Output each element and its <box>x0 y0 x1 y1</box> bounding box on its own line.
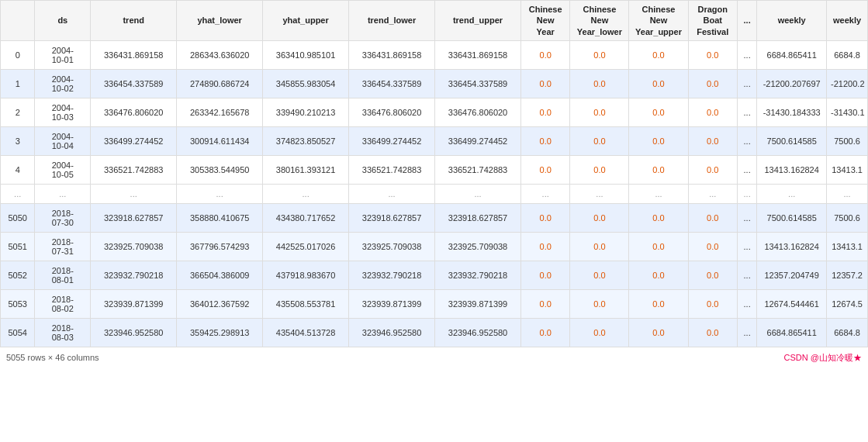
cell-idx: 1 <box>1 69 35 98</box>
table-footer: 5055 rows × 46 columns CSDN @山知冷暖★ <box>0 347 868 368</box>
table-row: 12004-10-02336454.337589274890.686724345… <box>1 69 868 98</box>
cell-cny: 0.0 <box>520 69 569 98</box>
cell-weekly2: 12674.5 <box>827 289 868 318</box>
cell-ds: 2018-08-02 <box>35 289 91 318</box>
cell-trend_upper: 323946.952580 <box>435 318 521 347</box>
cell-trend_lower: 336521.742883 <box>349 155 435 184</box>
cell-dots: ... <box>737 69 756 98</box>
cell-trend_lower: 323932.790218 <box>349 261 435 289</box>
header-dots: ... <box>737 1 756 41</box>
cell-trend_lower: 323918.627857 <box>349 203 435 232</box>
cell-trend_lower: ... <box>349 184 435 203</box>
cell-dots: ... <box>737 261 756 289</box>
cell-dots: ... <box>737 203 756 232</box>
cell-dragon: 0.0 <box>688 318 737 347</box>
cell-ds: 2018-08-03 <box>35 318 91 347</box>
cell-trend_lower: 336454.337589 <box>349 69 435 98</box>
cell-yhat_lower: 364012.367592 <box>177 289 263 318</box>
cell-cny_lower: 0.0 <box>570 289 629 318</box>
cell-yhat_lower: 366504.386009 <box>177 261 263 289</box>
cell-cny_upper: ... <box>629 184 688 203</box>
cell-trend: ... <box>91 184 177 203</box>
cell-trend: 323918.627857 <box>91 203 177 232</box>
cell-ds: 2018-07-30 <box>35 203 91 232</box>
cell-weekly1: 13413.162824 <box>757 155 827 184</box>
cell-idx: 4 <box>1 155 35 184</box>
table-row: 50502018-07-30323918.627857358880.410675… <box>1 203 868 232</box>
cell-trend_upper: 336499.274452 <box>435 126 521 155</box>
cell-yhat_upper: 339490.210213 <box>263 98 349 126</box>
cell-cny_upper: 0.0 <box>629 232 688 261</box>
cell-weekly2: 7500.6 <box>827 126 868 155</box>
cell-weekly2: 6684.8 <box>827 40 868 69</box>
cell-ds: 2004-10-01 <box>35 40 91 69</box>
cell-yhat_upper: 363410.985101 <box>263 40 349 69</box>
cell-trend_upper: ... <box>435 184 521 203</box>
cell-yhat_upper: 374823.850527 <box>263 126 349 155</box>
cell-weekly1: ... <box>757 184 827 203</box>
cell-dragon: 0.0 <box>688 232 737 261</box>
cell-weekly1: 13413.162824 <box>757 232 827 261</box>
table-row: 22004-10-03336476.806020263342.165678339… <box>1 98 868 126</box>
cell-ds: 2004-10-05 <box>35 155 91 184</box>
cell-dragon: 0.0 <box>688 40 737 69</box>
header-cny-upper: ChineseNewYear_upper <box>629 1 688 41</box>
cell-trend_lower: 336476.806020 <box>349 98 435 126</box>
cell-ds: 2004-10-04 <box>35 126 91 155</box>
cell-weekly2: 6684.8 <box>827 318 868 347</box>
cell-dots: ... <box>737 184 756 203</box>
cell-yhat_upper: 442525.017026 <box>263 232 349 261</box>
cell-weekly1: 12357.204749 <box>757 261 827 289</box>
cell-cny: 0.0 <box>520 126 569 155</box>
cell-yhat_lower: 300914.611434 <box>177 126 263 155</box>
row-count-label: 5055 rows × 46 columns <box>6 353 99 362</box>
cell-dragon: 0.0 <box>688 261 737 289</box>
cell-idx: 5052 <box>1 261 35 289</box>
cell-cny: 0.0 <box>520 98 569 126</box>
cell-yhat_upper: 437918.983670 <box>263 261 349 289</box>
cell-weekly2: -31430.1 <box>827 98 868 126</box>
cell-weekly2: 7500.6 <box>827 203 868 232</box>
cell-ds: 2018-07-31 <box>35 232 91 261</box>
cell-yhat_upper: 380161.393121 <box>263 155 349 184</box>
cell-idx: 0 <box>1 40 35 69</box>
cell-weekly2: 13413.1 <box>827 232 868 261</box>
cell-cny_lower: 0.0 <box>570 155 629 184</box>
table-row: 32004-10-04336499.274452300914.611434374… <box>1 126 868 155</box>
header-weekly1: weekly <box>757 1 827 41</box>
cell-trend: 323946.952580 <box>91 318 177 347</box>
cell-yhat_lower: 274890.686724 <box>177 69 263 98</box>
cell-idx: 3 <box>1 126 35 155</box>
cell-cny_lower: 0.0 <box>570 69 629 98</box>
cell-dragon: 0.0 <box>688 126 737 155</box>
cell-yhat_lower: 367796.574293 <box>177 232 263 261</box>
cell-weekly1: 6684.865411 <box>757 318 827 347</box>
cell-yhat_lower: 358880.410675 <box>177 203 263 232</box>
header-cny: ChineseNewYear <box>520 1 569 41</box>
cell-idx: 5051 <box>1 232 35 261</box>
cell-cny_upper: 0.0 <box>629 261 688 289</box>
dataframe-table: ds trend yhat_lower yhat_upper trend_low… <box>0 0 868 347</box>
cell-yhat_upper: 435404.513728 <box>263 318 349 347</box>
cell-trend_lower: 323939.871399 <box>349 289 435 318</box>
table-row: 50522018-08-01323932.790218366504.386009… <box>1 261 868 289</box>
cell-cny: 0.0 <box>520 232 569 261</box>
cell-cny_upper: 0.0 <box>629 203 688 232</box>
cell-ds: 2004-10-03 <box>35 98 91 126</box>
cell-trend_upper: 336476.806020 <box>435 98 521 126</box>
cell-weekly2: 12357.2 <box>827 261 868 289</box>
cell-cny_lower: 0.0 <box>570 318 629 347</box>
cell-trend: 323939.871399 <box>91 289 177 318</box>
cell-weekly1: -21200.207697 <box>757 69 827 98</box>
cell-cny_lower: 0.0 <box>570 98 629 126</box>
cell-weekly1: 7500.614585 <box>757 126 827 155</box>
cell-dots: ... <box>737 232 756 261</box>
cell-dots: ... <box>737 318 756 347</box>
cell-cny_upper: 0.0 <box>629 126 688 155</box>
header-weekly2: weekly <box>827 1 868 41</box>
cell-yhat_lower: ... <box>177 184 263 203</box>
cell-idx: 5053 <box>1 289 35 318</box>
cell-dragon: 0.0 <box>688 69 737 98</box>
cell-trend: 336499.274452 <box>91 126 177 155</box>
cell-yhat_lower: 305383.544950 <box>177 155 263 184</box>
